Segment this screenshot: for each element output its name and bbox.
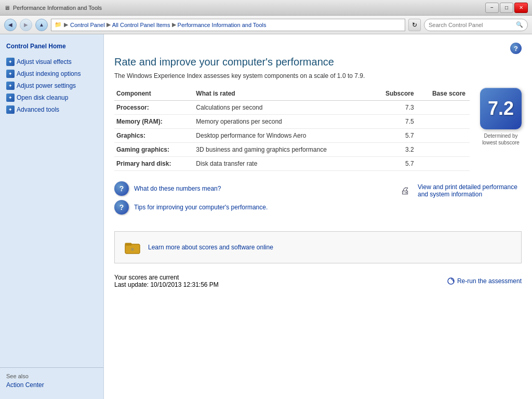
status-line1: Your scores are current: [114, 274, 219, 281]
help-icon-2: ?: [114, 200, 129, 215]
sidebar-label-power: Adjust power settings: [17, 82, 76, 89]
sidebar-home[interactable]: Control Panel Home: [0, 39, 103, 53]
window-controls: − □ ✕: [485, 3, 528, 13]
sidebar-label-indexing: Adjust indexing options: [17, 70, 81, 77]
performance-table: Component What is rated Subscore Base sc…: [114, 88, 470, 171]
sidebar-label-advanced: Advanced tools: [17, 106, 59, 113]
score-badge-label: Determined by lowest subscore: [482, 132, 520, 146]
sidebar-item-disk-cleanup[interactable]: ✦ Open disk cleanup: [6, 92, 97, 103]
col-basescore: Base score: [418, 88, 470, 101]
base-score-badge: 7.2: [480, 88, 522, 129]
indexing-icon: ✦: [6, 70, 15, 78]
status-line2: Last update: 10/10/2013 12:31:56 PM: [114, 281, 219, 288]
table-row: Primary hard disk: Disk data transfer ra…: [114, 157, 470, 171]
control-panel-home-link[interactable]: Control Panel Home: [6, 43, 66, 50]
score-badge-container: 7.2 Determined by lowest subscore: [480, 88, 522, 146]
page-title: Rate and improve your computer's perform…: [114, 56, 522, 68]
row-disk-name: Primary hard disk:: [114, 157, 194, 171]
row-disk-rated: Disk data transfer rate: [194, 157, 373, 171]
row-ram-name: Memory (RAM):: [114, 115, 194, 129]
row-gaming-score: 3.2: [373, 143, 418, 157]
address-path[interactable]: 📁 ▶ Control Panel ▶ All Control Panel It…: [51, 19, 405, 31]
main-layout: Control Panel Home ✦ Adjust visual effec…: [0, 34, 532, 399]
score-area: Component What is rated Subscore Base sc…: [114, 88, 522, 181]
search-input[interactable]: [429, 22, 514, 28]
base-score-value: 7.2: [488, 98, 514, 119]
sidebar-item-advanced[interactable]: ✦ Advanced tools: [6, 104, 97, 115]
back-button[interactable]: ◀: [4, 19, 17, 31]
breadcrumb-all-items[interactable]: All Control Panel Items: [112, 22, 170, 28]
col-rated: What is rated: [194, 88, 373, 101]
row-ram-score: 7.5: [373, 115, 418, 129]
refresh-button[interactable]: ↻: [408, 19, 421, 31]
up-button[interactable]: ▲: [35, 19, 48, 31]
close-button[interactable]: ✕: [514, 3, 528, 13]
printer-icon: 🖨: [398, 183, 413, 198]
power-icon: ✦: [6, 82, 15, 90]
table-row: Gaming graphics: 3D business and gaming …: [114, 143, 470, 157]
breadcrumb-performance[interactable]: Performance Information and Tools: [178, 22, 267, 28]
what-numbers-link[interactable]: What do these numbers mean?: [134, 185, 221, 192]
window-title: Performance Information and Tools: [13, 5, 102, 11]
view-print-link[interactable]: View and print detailed performance and …: [418, 183, 522, 198]
advanced-icon: ✦: [6, 105, 15, 114]
sidebar-nav: ✦ Adjust visual effects ✦ Adjust indexin…: [0, 56, 103, 115]
table-row: Memory (RAM): Memory operations per seco…: [114, 115, 470, 129]
action-center-link[interactable]: Action Center: [6, 381, 44, 389]
app-icon: 🖥: [4, 5, 10, 11]
subtitle: The Windows Experience Index assesses ke…: [114, 72, 522, 79]
maximize-button[interactable]: □: [500, 3, 513, 13]
sidebar-bottom: See also Action Center: [0, 367, 103, 394]
learn-more-link[interactable]: Learn more about scores and software onl…: [148, 244, 273, 251]
row-processor-rated: Calculations per second: [194, 101, 373, 115]
tips-link[interactable]: Tips for improving your computer's perfo…: [134, 204, 268, 211]
help-button[interactable]: ?: [510, 43, 522, 54]
minimize-button[interactable]: −: [485, 3, 499, 13]
rerun-link[interactable]: Re-run the assessment: [447, 277, 522, 285]
col-component: Component: [114, 88, 194, 101]
svg-point-3: [131, 248, 134, 251]
help-links: ? What do these numbers mean? ? Tips for…: [114, 181, 268, 215]
see-also-label: See also: [6, 373, 97, 379]
row-graphics-score: 5.7: [373, 129, 418, 143]
link-row-2: ? Tips for improving your computer's per…: [114, 200, 268, 215]
sidebar-item-indexing[interactable]: ✦ Adjust indexing options: [6, 68, 97, 79]
breadcrumb-control-panel[interactable]: Control Panel: [70, 22, 105, 28]
content-area: ? Rate and improve your computer's perfo…: [104, 34, 532, 399]
table-row: Graphics: Desktop performance for Window…: [114, 129, 470, 143]
disk-cleanup-icon: ✦: [6, 94, 15, 102]
row-processor-name: Processor:: [114, 101, 194, 115]
status-bar: Your scores are current Last update: 10/…: [114, 272, 522, 290]
sidebar-item-visual-effects[interactable]: ✦ Adjust visual effects: [6, 56, 97, 68]
search-icon: 🔍: [516, 21, 523, 28]
learn-more-box: Learn more about scores and software onl…: [114, 231, 522, 263]
forward-button[interactable]: ▶: [20, 19, 32, 31]
title-bar-left: 🖥 Performance Information and Tools: [4, 5, 102, 11]
view-print-row: 🖨 View and print detailed performance an…: [398, 183, 522, 198]
visual-effects-icon: ✦: [6, 58, 15, 66]
address-bar: ◀ ▶ ▲ 📁 ▶ Control Panel ▶ All Control Pa…: [0, 16, 532, 34]
search-box[interactable]: 🔍: [424, 19, 528, 31]
row-ram-rated: Memory operations per second: [194, 115, 373, 129]
title-bar: 🖥 Performance Information and Tools − □ …: [0, 0, 532, 16]
row-disk-score: 5.7: [373, 157, 418, 171]
folder-icon: [123, 238, 142, 257]
sidebar: Control Panel Home ✦ Adjust visual effec…: [0, 34, 104, 399]
row-gaming-rated: 3D business and gaming graphics performa…: [194, 143, 373, 157]
row-gaming-name: Gaming graphics:: [114, 143, 194, 157]
row-processor-score: 7.3: [373, 101, 418, 115]
status-text: Your scores are current Last update: 10/…: [114, 274, 219, 288]
row-graphics-name: Graphics:: [114, 129, 194, 143]
col-subscore: Subscore: [373, 88, 418, 101]
link-row-1: ? What do these numbers mean?: [114, 181, 268, 196]
table-row: Processor: Calculations per second 7.3: [114, 101, 470, 115]
folder-icon-small: 📁: [55, 21, 62, 28]
rerun-icon: [447, 277, 455, 285]
sidebar-item-power[interactable]: ✦ Adjust power settings: [6, 80, 97, 91]
sidebar-label-visual-effects: Adjust visual effects: [17, 58, 72, 65]
sidebar-label-disk-cleanup: Open disk cleanup: [17, 94, 68, 101]
row-graphics-rated: Desktop performance for Windows Aero: [194, 129, 373, 143]
rerun-label: Re-run the assessment: [457, 277, 522, 285]
help-icon-1: ?: [114, 181, 129, 196]
